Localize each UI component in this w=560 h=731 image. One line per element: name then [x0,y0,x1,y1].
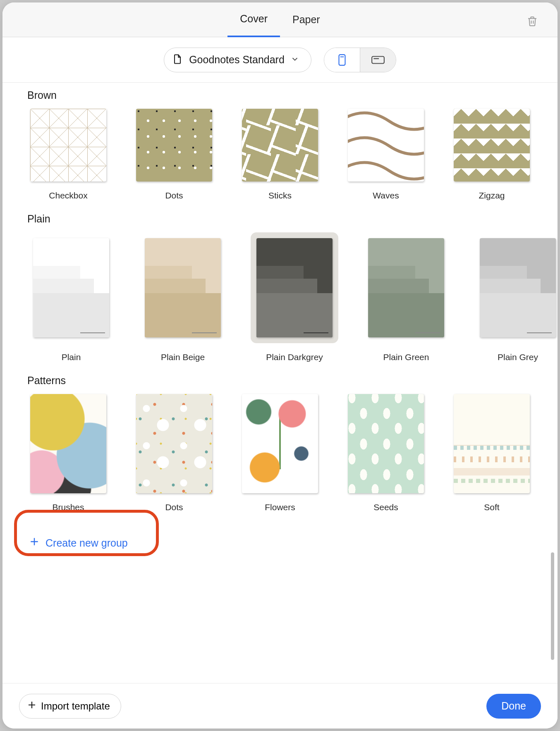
cover-brushes[interactable]: Brushes [27,394,109,512]
style-picker-label: Goodnotes Standard [189,54,285,66]
cover-label: Waves [373,191,399,201]
import-label: Import template [41,700,110,712]
cover-label: Dots [165,502,183,512]
chevron-down-icon [290,55,299,65]
cover-label: Checkbox [49,191,87,201]
cover-label: Soft [484,502,499,512]
cover-plain-beige[interactable]: Plain Beige [139,232,227,362]
orientation-segment [324,48,396,72]
cover-label: Zigzag [479,191,505,201]
cover-label: Plain Beige [161,352,205,362]
cover-plain[interactable]: Plain [27,232,115,362]
cover-label: Plain [62,352,81,362]
svg-rect-2 [372,56,384,63]
style-row: Goodnotes Standard [2,37,558,83]
cover-dots-brown[interactable]: Dots [133,109,215,201]
section-title-patterns: Patterns [27,375,533,387]
orientation-landscape[interactable] [360,48,396,72]
template-scroll[interactable]: Brown Checkbox Dots Sticks Waves [2,83,558,683]
footer-bar: Import template Done [2,683,558,729]
grid-brown: Checkbox Dots Sticks Waves Zigzag [27,109,533,201]
orientation-portrait[interactable] [324,48,360,72]
top-tab-bar: Cover Paper [2,2,558,37]
cover-label: Sticks [268,191,292,201]
tab-cover[interactable]: Cover [227,2,280,37]
grid-plain: Plain Plain Beige Plain Darkgrey Plain G… [27,232,533,362]
cover-plain-grey[interactable]: Plain Grey [474,232,558,362]
cover-waves[interactable]: Waves [345,109,427,201]
cover-checkbox[interactable]: Checkbox [27,109,109,201]
grid-patterns: Brushes Dots Flowers Seeds Soft [27,394,533,512]
cover-label: Plain Grey [498,352,538,362]
trash-icon[interactable] [526,15,538,29]
cover-seeds[interactable]: Seeds [345,394,427,512]
done-button[interactable]: Done [486,694,541,719]
cover-label: Plain Green [383,352,429,362]
svg-rect-0 [339,55,345,65]
cover-zigzag[interactable]: Zigzag [451,109,533,201]
plus-icon [29,536,40,549]
cover-flowers[interactable]: Flowers [239,394,321,512]
import-template-button[interactable]: Import template [19,694,121,719]
template-picker-panel: Cover Paper Goodnotes Standard Brow [2,2,558,729]
create-new-group-button[interactable]: Create new group [27,533,129,553]
create-group-label: Create new group [45,537,128,549]
document-icon [172,53,183,67]
section-title-brown: Brown [27,89,533,101]
cover-label: Brushes [52,502,84,512]
cover-soft[interactable]: Soft [451,394,533,512]
plus-icon [27,700,37,712]
section-title-plain: Plain [27,213,533,225]
cover-label: Seeds [373,502,398,512]
cover-label: Dots [165,191,183,201]
cover-sticks[interactable]: Sticks [239,109,321,201]
cover-label: Plain Darkgrey [266,352,323,362]
cover-dots-pattern[interactable]: Dots [133,394,215,512]
style-picker[interactable]: Goodnotes Standard [164,48,311,72]
scrollbar-indicator [551,552,554,660]
cover-plain-green[interactable]: Plain Green [362,232,450,362]
tab-paper[interactable]: Paper [280,3,333,36]
cover-label: Flowers [265,502,295,512]
cover-plain-darkgrey[interactable]: Plain Darkgrey [251,232,338,362]
